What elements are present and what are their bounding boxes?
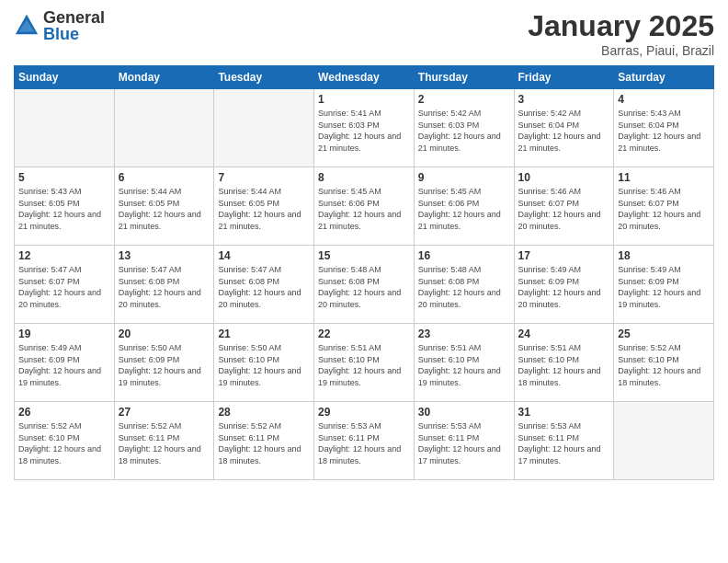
day-number: 18 bbox=[618, 249, 710, 262]
day-number: 12 bbox=[18, 249, 110, 262]
weekday-header: Monday bbox=[114, 66, 214, 89]
day-info: Sunrise: 5:45 AM Sunset: 6:06 PM Dayligh… bbox=[318, 186, 410, 232]
logo-general: General bbox=[43, 9, 105, 26]
calendar-cell bbox=[114, 89, 214, 167]
day-info: Sunrise: 5:52 AM Sunset: 6:11 PM Dayligh… bbox=[119, 420, 210, 466]
day-info: Sunrise: 5:51 AM Sunset: 6:10 PM Dayligh… bbox=[518, 342, 610, 388]
day-info: Sunrise: 5:47 AM Sunset: 6:08 PM Dayligh… bbox=[218, 264, 310, 310]
day-info: Sunrise: 5:43 AM Sunset: 6:04 PM Dayligh… bbox=[618, 108, 710, 154]
day-number: 21 bbox=[218, 327, 310, 340]
calendar-cell: 4Sunrise: 5:43 AM Sunset: 6:04 PM Daylig… bbox=[614, 89, 714, 167]
day-info: Sunrise: 5:49 AM Sunset: 6:09 PM Dayligh… bbox=[18, 342, 110, 388]
calendar-cell: 16Sunrise: 5:48 AM Sunset: 6:08 PM Dayli… bbox=[414, 246, 514, 324]
calendar-header-row: SundayMondayTuesdayWednesdayThursdayFrid… bbox=[15, 66, 714, 89]
day-info: Sunrise: 5:50 AM Sunset: 6:09 PM Dayligh… bbox=[119, 342, 210, 388]
day-info: Sunrise: 5:53 AM Sunset: 6:11 PM Dayligh… bbox=[318, 420, 410, 466]
weekday-header: Sunday bbox=[15, 66, 115, 89]
calendar-cell: 14Sunrise: 5:47 AM Sunset: 6:08 PM Dayli… bbox=[214, 246, 314, 324]
day-number: 25 bbox=[618, 327, 710, 340]
calendar-cell: 30Sunrise: 5:53 AM Sunset: 6:11 PM Dayli… bbox=[414, 402, 514, 480]
day-info: Sunrise: 5:44 AM Sunset: 6:05 PM Dayligh… bbox=[119, 186, 210, 232]
calendar-cell: 6Sunrise: 5:44 AM Sunset: 6:05 PM Daylig… bbox=[114, 167, 214, 246]
calendar-cell: 10Sunrise: 5:46 AM Sunset: 6:07 PM Dayli… bbox=[514, 167, 614, 246]
day-number: 27 bbox=[119, 406, 210, 419]
calendar-cell bbox=[214, 89, 314, 167]
calendar-cell: 1Sunrise: 5:41 AM Sunset: 6:03 PM Daylig… bbox=[314, 89, 415, 167]
day-number: 31 bbox=[518, 406, 610, 419]
calendar-cell: 8Sunrise: 5:45 AM Sunset: 6:06 PM Daylig… bbox=[314, 167, 415, 246]
day-info: Sunrise: 5:50 AM Sunset: 6:10 PM Dayligh… bbox=[218, 342, 310, 388]
calendar-cell: 27Sunrise: 5:52 AM Sunset: 6:11 PM Dayli… bbox=[114, 402, 214, 480]
day-number: 10 bbox=[518, 171, 610, 184]
weekday-header: Wednesday bbox=[314, 66, 415, 89]
day-info: Sunrise: 5:49 AM Sunset: 6:09 PM Dayligh… bbox=[518, 264, 610, 310]
day-number: 3 bbox=[518, 93, 610, 106]
day-info: Sunrise: 5:45 AM Sunset: 6:06 PM Dayligh… bbox=[418, 186, 510, 232]
day-number: 19 bbox=[18, 327, 110, 340]
calendar-cell: 18Sunrise: 5:49 AM Sunset: 6:09 PM Dayli… bbox=[614, 246, 714, 324]
day-number: 1 bbox=[318, 93, 410, 106]
day-number: 7 bbox=[218, 171, 310, 184]
day-info: Sunrise: 5:52 AM Sunset: 6:10 PM Dayligh… bbox=[618, 342, 710, 388]
calendar-cell: 17Sunrise: 5:49 AM Sunset: 6:09 PM Dayli… bbox=[514, 246, 614, 324]
calendar-table: SundayMondayTuesdayWednesdayThursdayFrid… bbox=[14, 65, 714, 480]
day-info: Sunrise: 5:44 AM Sunset: 6:05 PM Dayligh… bbox=[218, 186, 310, 232]
calendar-week-row: 1Sunrise: 5:41 AM Sunset: 6:03 PM Daylig… bbox=[15, 89, 714, 167]
calendar-cell: 15Sunrise: 5:48 AM Sunset: 6:08 PM Dayli… bbox=[314, 246, 415, 324]
logo-blue: Blue bbox=[43, 26, 105, 42]
calendar-cell: 22Sunrise: 5:51 AM Sunset: 6:10 PM Dayli… bbox=[314, 324, 415, 402]
day-number: 13 bbox=[119, 249, 210, 262]
calendar-cell: 25Sunrise: 5:52 AM Sunset: 6:10 PM Dayli… bbox=[614, 324, 714, 402]
calendar-cell: 21Sunrise: 5:50 AM Sunset: 6:10 PM Dayli… bbox=[214, 324, 314, 402]
calendar-cell: 20Sunrise: 5:50 AM Sunset: 6:09 PM Dayli… bbox=[114, 324, 214, 402]
calendar-cell: 11Sunrise: 5:46 AM Sunset: 6:07 PM Dayli… bbox=[614, 167, 714, 246]
calendar-cell: 3Sunrise: 5:42 AM Sunset: 6:04 PM Daylig… bbox=[514, 89, 614, 167]
calendar-cell: 7Sunrise: 5:44 AM Sunset: 6:05 PM Daylig… bbox=[214, 167, 314, 246]
day-number: 20 bbox=[119, 327, 210, 340]
day-number: 8 bbox=[318, 171, 410, 184]
day-info: Sunrise: 5:52 AM Sunset: 6:10 PM Dayligh… bbox=[18, 420, 110, 466]
calendar-cell: 5Sunrise: 5:43 AM Sunset: 6:05 PM Daylig… bbox=[15, 167, 115, 246]
calendar-week-row: 5Sunrise: 5:43 AM Sunset: 6:05 PM Daylig… bbox=[15, 167, 714, 246]
day-info: Sunrise: 5:49 AM Sunset: 6:09 PM Dayligh… bbox=[618, 264, 710, 310]
calendar-cell: 24Sunrise: 5:51 AM Sunset: 6:10 PM Dayli… bbox=[514, 324, 614, 402]
logo-icon bbox=[14, 13, 40, 39]
logo: General Blue bbox=[14, 9, 105, 42]
calendar-week-row: 12Sunrise: 5:47 AM Sunset: 6:07 PM Dayli… bbox=[15, 246, 714, 324]
day-number: 16 bbox=[418, 249, 510, 262]
day-number: 24 bbox=[518, 327, 610, 340]
calendar-cell: 12Sunrise: 5:47 AM Sunset: 6:07 PM Dayli… bbox=[15, 246, 115, 324]
day-number: 5 bbox=[18, 171, 110, 184]
day-info: Sunrise: 5:46 AM Sunset: 6:07 PM Dayligh… bbox=[618, 186, 710, 232]
day-number: 14 bbox=[218, 249, 310, 262]
title-block: January 2025 Barras, Piaui, Brazil bbox=[528, 9, 714, 58]
calendar-cell: 28Sunrise: 5:52 AM Sunset: 6:11 PM Dayli… bbox=[214, 402, 314, 480]
day-info: Sunrise: 5:41 AM Sunset: 6:03 PM Dayligh… bbox=[318, 108, 410, 154]
calendar-cell: 9Sunrise: 5:45 AM Sunset: 6:06 PM Daylig… bbox=[414, 167, 514, 246]
day-info: Sunrise: 5:53 AM Sunset: 6:11 PM Dayligh… bbox=[418, 420, 510, 466]
weekday-header: Tuesday bbox=[214, 66, 314, 89]
day-info: Sunrise: 5:51 AM Sunset: 6:10 PM Dayligh… bbox=[318, 342, 410, 388]
calendar-cell: 26Sunrise: 5:52 AM Sunset: 6:10 PM Dayli… bbox=[15, 402, 115, 480]
calendar-cell bbox=[614, 402, 714, 480]
day-number: 28 bbox=[218, 406, 310, 419]
day-number: 22 bbox=[318, 327, 410, 340]
day-number: 6 bbox=[119, 171, 210, 184]
calendar-cell: 13Sunrise: 5:47 AM Sunset: 6:08 PM Dayli… bbox=[114, 246, 214, 324]
day-number: 15 bbox=[318, 249, 410, 262]
day-number: 4 bbox=[618, 93, 710, 106]
day-info: Sunrise: 5:51 AM Sunset: 6:10 PM Dayligh… bbox=[418, 342, 510, 388]
day-info: Sunrise: 5:53 AM Sunset: 6:11 PM Dayligh… bbox=[518, 420, 610, 466]
day-number: 2 bbox=[418, 93, 510, 106]
day-info: Sunrise: 5:48 AM Sunset: 6:08 PM Dayligh… bbox=[318, 264, 410, 310]
day-number: 30 bbox=[418, 406, 510, 419]
weekday-header: Saturday bbox=[614, 66, 714, 89]
day-number: 11 bbox=[618, 171, 710, 184]
day-info: Sunrise: 5:47 AM Sunset: 6:08 PM Dayligh… bbox=[119, 264, 210, 310]
day-number: 9 bbox=[418, 171, 510, 184]
day-info: Sunrise: 5:42 AM Sunset: 6:03 PM Dayligh… bbox=[418, 108, 510, 154]
day-info: Sunrise: 5:43 AM Sunset: 6:05 PM Dayligh… bbox=[18, 186, 110, 232]
logo-text: General Blue bbox=[43, 9, 105, 42]
calendar-cell: 23Sunrise: 5:51 AM Sunset: 6:10 PM Dayli… bbox=[414, 324, 514, 402]
calendar-cell: 2Sunrise: 5:42 AM Sunset: 6:03 PM Daylig… bbox=[414, 89, 514, 167]
